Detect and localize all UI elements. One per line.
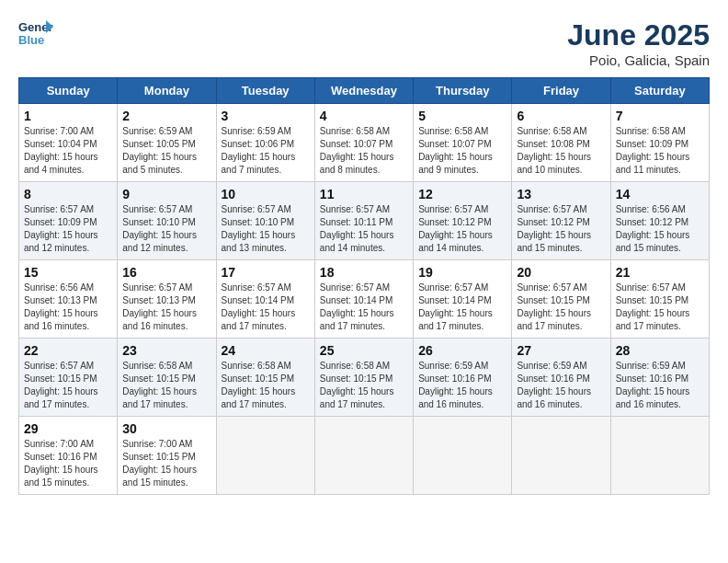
day-info: Sunrise: 6:58 AMSunset: 10:15 PMDaylight… <box>222 360 310 411</box>
day-info: Sunrise: 6:59 AMSunset: 10:16 PMDaylight… <box>517 360 605 411</box>
day-info: Sunrise: 6:57 AMSunset: 10:10 PMDaylight… <box>222 203 310 255</box>
calendar-day-cell: 9Sunrise: 6:57 AMSunset: 10:10 PMDayligh… <box>118 182 216 260</box>
day-info: Sunrise: 6:59 AMSunset: 10:06 PMDaylight… <box>222 125 310 177</box>
calendar-week-row: 1Sunrise: 7:00 AMSunset: 10:04 PMDayligh… <box>19 104 710 182</box>
calendar-day-cell: 7Sunrise: 6:58 AMSunset: 10:09 PMDayligh… <box>610 104 709 182</box>
calendar-day-cell: 17Sunrise: 6:57 AMSunset: 10:14 PMDaylig… <box>216 260 314 339</box>
day-info: Sunrise: 6:57 AMSunset: 10:14 PMDaylight… <box>320 282 408 333</box>
calendar-header-row: SundayMondayTuesdayWednesdayThursdayFrid… <box>19 78 710 104</box>
calendar-weekday-header: Friday <box>512 78 610 104</box>
day-number: 6 <box>517 109 605 123</box>
calendar-day-cell: 21Sunrise: 6:57 AMSunset: 10:15 PMDaylig… <box>610 260 709 339</box>
day-number: 13 <box>517 187 605 201</box>
day-info: Sunrise: 6:57 AMSunset: 10:12 PMDaylight… <box>517 203 605 255</box>
day-info: Sunrise: 6:57 AMSunset: 10:14 PMDaylight… <box>222 282 310 333</box>
day-info: Sunrise: 6:58 AMSunset: 10:09 PMDaylight… <box>616 125 704 177</box>
day-number: 27 <box>517 343 605 358</box>
day-info: Sunrise: 6:58 AMSunset: 10:15 PMDaylight… <box>320 360 408 411</box>
calendar-day-cell: 15Sunrise: 6:56 AMSunset: 10:13 PMDaylig… <box>19 260 118 339</box>
calendar-day-cell <box>414 417 512 495</box>
calendar-weekday-header: Tuesday <box>216 78 314 104</box>
calendar-day-cell: 22Sunrise: 6:57 AMSunset: 10:15 PMDaylig… <box>19 339 118 417</box>
day-info: Sunrise: 6:57 AMSunset: 10:15 PMDaylight… <box>517 282 605 333</box>
calendar-day-cell: 27Sunrise: 6:59 AMSunset: 10:16 PMDaylig… <box>512 339 610 417</box>
calendar-day-cell: 28Sunrise: 6:59 AMSunset: 10:16 PMDaylig… <box>610 339 709 417</box>
calendar-day-cell: 3Sunrise: 6:59 AMSunset: 10:06 PMDayligh… <box>216 104 314 182</box>
calendar-subtitle: Poio, Galicia, Spain <box>567 52 710 68</box>
day-number: 9 <box>122 187 210 201</box>
day-info: Sunrise: 6:57 AMSunset: 10:15 PMDaylight… <box>24 360 112 411</box>
calendar-day-cell: 12Sunrise: 6:57 AMSunset: 10:12 PMDaylig… <box>414 182 512 260</box>
day-info: Sunrise: 6:57 AMSunset: 10:10 PMDaylight… <box>122 203 210 255</box>
calendar-day-cell <box>512 417 610 495</box>
calendar-day-cell: 19Sunrise: 6:57 AMSunset: 10:14 PMDaylig… <box>414 260 512 339</box>
day-number: 10 <box>222 187 310 201</box>
day-number: 19 <box>418 265 506 280</box>
day-number: 5 <box>418 109 506 123</box>
day-info: Sunrise: 6:58 AMSunset: 10:15 PMDaylight… <box>122 360 210 411</box>
title-area: June 2025 Poio, Galicia, Spain <box>567 18 710 68</box>
calendar-day-cell: 20Sunrise: 6:57 AMSunset: 10:15 PMDaylig… <box>512 260 610 339</box>
day-number: 15 <box>24 265 112 280</box>
calendar-day-cell <box>610 417 709 495</box>
calendar-weekday-header: Wednesday <box>314 78 413 104</box>
day-info: Sunrise: 6:57 AMSunset: 10:09 PMDaylight… <box>24 203 112 255</box>
logo-container: General Blue <box>18 18 53 50</box>
calendar-title: June 2025 <box>567 18 710 52</box>
calendar-week-row: 15Sunrise: 6:56 AMSunset: 10:13 PMDaylig… <box>19 260 710 339</box>
day-number: 30 <box>122 421 210 436</box>
calendar-day-cell: 8Sunrise: 6:57 AMSunset: 10:09 PMDayligh… <box>19 182 118 260</box>
day-info: Sunrise: 6:57 AMSunset: 10:14 PMDaylight… <box>418 282 506 333</box>
calendar-day-cell: 24Sunrise: 6:58 AMSunset: 10:15 PMDaylig… <box>216 339 314 417</box>
calendar-table: SundayMondayTuesdayWednesdayThursdayFrid… <box>18 77 710 495</box>
day-number: 3 <box>222 109 310 123</box>
day-number: 12 <box>418 187 506 201</box>
calendar-day-cell: 23Sunrise: 6:58 AMSunset: 10:15 PMDaylig… <box>118 339 216 417</box>
calendar-weekday-header: Monday <box>118 78 216 104</box>
calendar-day-cell: 4Sunrise: 6:58 AMSunset: 10:07 PMDayligh… <box>314 104 413 182</box>
day-info: Sunrise: 6:57 AMSunset: 10:11 PMDaylight… <box>320 203 408 255</box>
day-info: Sunrise: 6:59 AMSunset: 10:16 PMDaylight… <box>418 360 506 411</box>
calendar-week-row: 29Sunrise: 7:00 AMSunset: 10:16 PMDaylig… <box>19 417 710 495</box>
calendar-day-cell: 16Sunrise: 6:57 AMSunset: 10:13 PMDaylig… <box>118 260 216 339</box>
day-info: Sunrise: 6:57 AMSunset: 10:15 PMDaylight… <box>616 282 704 333</box>
calendar-day-cell: 6Sunrise: 6:58 AMSunset: 10:08 PMDayligh… <box>512 104 610 182</box>
day-number: 24 <box>222 343 310 358</box>
day-number: 1 <box>24 109 112 123</box>
day-info: Sunrise: 6:57 AMSunset: 10:13 PMDaylight… <box>122 282 210 333</box>
calendar-weekday-header: Saturday <box>610 78 709 104</box>
calendar-day-cell: 25Sunrise: 6:58 AMSunset: 10:15 PMDaylig… <box>314 339 413 417</box>
day-number: 18 <box>320 265 408 280</box>
day-number: 25 <box>320 343 408 358</box>
calendar-day-cell: 2Sunrise: 6:59 AMSunset: 10:05 PMDayligh… <box>118 104 216 182</box>
day-info: Sunrise: 6:56 AMSunset: 10:13 PMDaylight… <box>24 282 112 333</box>
day-info: Sunrise: 7:00 AMSunset: 10:04 PMDaylight… <box>24 125 112 177</box>
calendar-day-cell <box>216 417 314 495</box>
day-info: Sunrise: 7:00 AMSunset: 10:15 PMDaylight… <box>122 438 210 489</box>
calendar-day-cell: 11Sunrise: 6:57 AMSunset: 10:11 PMDaylig… <box>314 182 413 260</box>
day-number: 21 <box>616 265 704 280</box>
day-number: 14 <box>616 187 704 201</box>
calendar-day-cell: 30Sunrise: 7:00 AMSunset: 10:15 PMDaylig… <box>118 417 216 495</box>
day-info: Sunrise: 6:58 AMSunset: 10:08 PMDaylight… <box>517 125 605 177</box>
calendar-day-cell: 1Sunrise: 7:00 AMSunset: 10:04 PMDayligh… <box>19 104 118 182</box>
day-number: 7 <box>616 109 704 123</box>
day-number: 4 <box>320 109 408 123</box>
calendar-day-cell <box>314 417 413 495</box>
calendar-weekday-header: Thursday <box>414 78 512 104</box>
day-number: 11 <box>320 187 408 201</box>
day-info: Sunrise: 6:59 AMSunset: 10:16 PMDaylight… <box>616 360 704 411</box>
calendar-day-cell: 10Sunrise: 6:57 AMSunset: 10:10 PMDaylig… <box>216 182 314 260</box>
day-number: 23 <box>122 343 210 358</box>
day-number: 26 <box>418 343 506 358</box>
page-header: General Blue June 2025 Poio, Galicia, Sp… <box>18 18 710 68</box>
calendar-day-cell: 14Sunrise: 6:56 AMSunset: 10:12 PMDaylig… <box>610 182 709 260</box>
day-info: Sunrise: 7:00 AMSunset: 10:16 PMDaylight… <box>24 438 112 489</box>
day-number: 28 <box>616 343 704 358</box>
day-number: 29 <box>24 421 112 436</box>
calendar-weekday-header: Sunday <box>19 78 118 104</box>
calendar-day-cell: 5Sunrise: 6:58 AMSunset: 10:07 PMDayligh… <box>414 104 512 182</box>
logo-svg: General Blue <box>18 18 53 50</box>
calendar-day-cell: 26Sunrise: 6:59 AMSunset: 10:16 PMDaylig… <box>414 339 512 417</box>
logo: General Blue <box>18 18 53 50</box>
